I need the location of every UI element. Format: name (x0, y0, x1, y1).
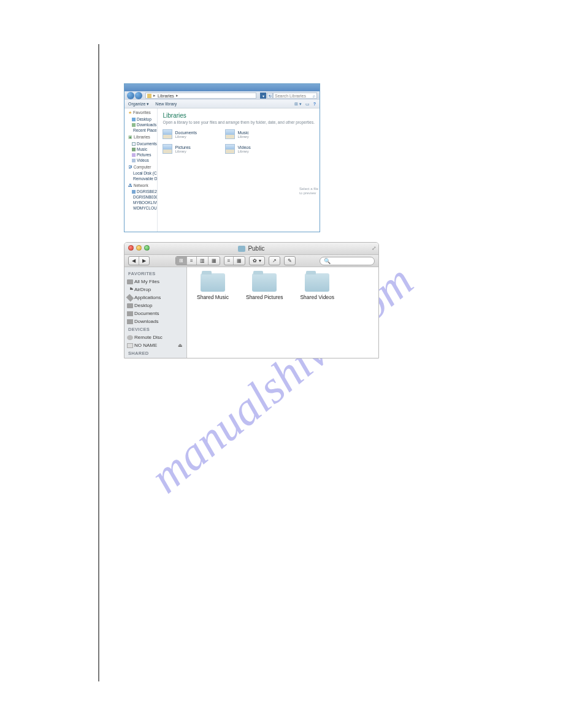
sidebar-item-no-name[interactable]: NO NAME⏏ (124, 341, 186, 349)
vertical-rule (98, 44, 99, 681)
search-placeholder: Search Libraries (275, 94, 306, 98)
sidebar-item-pictures[interactable]: Pictures (127, 152, 157, 157)
breadcrumb-label: Libraries (158, 94, 174, 98)
search-input[interactable]: 🔍 (320, 257, 375, 265)
library-item-kind: Library (175, 150, 190, 153)
sidebar-section-libraries[interactable]: ▣Libraries (127, 135, 157, 140)
sidebar-item-network-node[interactable]: MYBOOKLIVEDB2 (127, 200, 157, 205)
view-coverflow-button[interactable]: ▦ (209, 257, 220, 265)
window-title: Public (248, 245, 264, 252)
view-mode-segment: ⊞ ≡ ▥ ▦ (175, 256, 220, 265)
sidebar-section-favorites: FAVORITES (124, 270, 186, 278)
sidebar-item-airdrop[interactable]: AirDrop (124, 286, 186, 294)
view-options-button[interactable]: ⊞ ▾ (294, 102, 302, 107)
new-library-button[interactable]: New library (155, 102, 177, 106)
arrange-button-2[interactable]: ▦ (234, 257, 245, 265)
desktop-icon (127, 303, 133, 308)
content-title: Libraries (163, 112, 315, 119)
libraries-icon (147, 94, 151, 98)
finder-sidebar: FAVORITES All My Files AirDrop Applicati… (124, 267, 187, 358)
library-folder-icon (225, 129, 235, 139)
all-files-icon (127, 279, 133, 284)
sidebar-item-videos[interactable]: Videos (127, 157, 157, 163)
sidebar-item-applications[interactable]: Applications (124, 294, 186, 301)
back-button[interactable]: ◀ (129, 257, 139, 265)
folder-item-shared-music[interactable]: Shared Music (197, 273, 229, 300)
sidebar-item-network-node[interactable]: DGRISBE2 (127, 189, 157, 194)
library-item-pictures[interactable]: Pictures Library (163, 144, 223, 154)
sidebar-item-local-disk[interactable]: Local Disk (C:) (127, 170, 157, 176)
library-item-kind: Library (175, 135, 196, 138)
folder-icon (252, 273, 277, 292)
sidebar-section-network[interactable]: 🖧 Network (127, 183, 157, 188)
forward-button[interactable]: ▶ (139, 257, 149, 265)
arrange-button-1[interactable]: ≡ (224, 257, 234, 265)
library-folder-icon (163, 129, 172, 139)
close-button[interactable] (128, 245, 134, 251)
sidebar-item-removable-disk[interactable]: Removable Disk (E:) (127, 176, 157, 181)
resize-icon[interactable]: ⤢ (372, 245, 377, 251)
nav-bar: ▸ Libraries ▸ ▾ ↻ Search Libraries ⌕ (124, 91, 320, 100)
nav-buttons: ◀ ▶ (128, 256, 150, 265)
library-item-name: Videos (237, 145, 250, 150)
sidebar-item-music[interactable]: Music (127, 146, 157, 152)
finder-main-pane: Shared Music Shared Pictures Shared Vide… (187, 267, 378, 358)
folder-icon (201, 273, 225, 292)
refresh-button[interactable]: ↻ (267, 93, 273, 99)
sidebar-item-downloads[interactable]: Downloads (124, 317, 186, 325)
organize-button[interactable]: Organize ▾ (128, 102, 149, 107)
address-dropdown-button[interactable]: ▾ (260, 93, 266, 99)
help-button[interactable]: ? (313, 102, 316, 106)
library-item-kind: Library (237, 135, 248, 138)
preview-pane-button[interactable]: ▭ (305, 102, 310, 107)
library-item-music[interactable]: Music Library (225, 129, 285, 139)
sidebar-section-favorites[interactable]: ★Favorites (127, 110, 157, 115)
sidebar-item-remote-disc[interactable]: Remote Disc (124, 333, 186, 341)
share-button[interactable]: ↗ (269, 257, 280, 265)
eject-icon[interactable]: ⏏ (178, 343, 183, 348)
library-item-name: Music (237, 131, 248, 135)
download-icon (132, 123, 136, 127)
sidebar-item-network-node[interactable]: WDMYCLOUDMIRR (127, 205, 157, 211)
breadcrumb-bar[interactable]: ▸ Libraries ▸ (145, 93, 256, 99)
music-icon (132, 148, 136, 151)
sidebar-item-recent-places[interactable]: Recent Places (127, 127, 157, 133)
action-gear-button[interactable]: ✿ ▾ (250, 257, 264, 265)
sidebar-item-shared-device[interactable]: WDMyCloudDL4100⏏ (124, 357, 186, 358)
sidebar-item-downloads[interactable]: Downloads (127, 122, 157, 127)
view-icons-button[interactable]: ⊞ (176, 257, 187, 265)
sidebar-item-desktop[interactable]: Desktop (127, 116, 157, 122)
pictures-icon (132, 153, 136, 157)
libraries-icon: ▣ (128, 135, 132, 139)
search-input[interactable]: Search Libraries ⌕ (273, 93, 317, 99)
edit-tags-button[interactable]: ✎ (285, 257, 295, 265)
library-item-name: Documents (175, 131, 196, 135)
breadcrumb-sep-icon: ▸ (176, 93, 178, 98)
finder-titlebar[interactable]: Public ⤢ (124, 243, 378, 255)
sidebar-item-network-node[interactable]: DGRISNB03C (127, 194, 157, 200)
search-icon: 🔍 (324, 258, 331, 264)
folder-icon (305, 273, 329, 292)
view-columns-button[interactable]: ▥ (197, 257, 209, 265)
zoom-button[interactable] (144, 245, 150, 251)
sidebar-section-computer[interactable]: 🖳 Computer (127, 165, 157, 169)
library-item-videos[interactable]: Videos Library (225, 144, 285, 154)
finder-toolbar: ◀ ▶ ⊞ ≡ ▥ ▦ ≡ ▦ ✿ ▾ ↗ (124, 255, 378, 267)
forward-button[interactable] (135, 92, 142, 99)
folder-item-shared-pictures[interactable]: Shared Pictures (246, 273, 283, 300)
library-item-documents[interactable]: Documents Library (163, 129, 223, 139)
back-button[interactable] (127, 92, 134, 99)
sidebar-item-all-my-files[interactable]: All My Files (124, 278, 186, 286)
view-list-button[interactable]: ≡ (187, 257, 197, 265)
sidebar-item-documents[interactable]: Documents (124, 309, 186, 317)
window-titlebar[interactable] (124, 84, 320, 91)
sidebar-item-documents[interactable]: Documents (127, 141, 157, 146)
videos-icon (132, 159, 136, 162)
folder-label: Shared Videos (300, 294, 334, 300)
sidebar: ★Favorites Desktop Downloads Recent Plac… (124, 108, 158, 232)
folder-item-shared-videos[interactable]: Shared Videos (300, 273, 334, 300)
sidebar-item-desktop[interactable]: Desktop (124, 301, 186, 309)
library-folder-icon (163, 144, 172, 154)
minimize-button[interactable] (136, 245, 142, 251)
airdrop-icon (127, 287, 133, 292)
